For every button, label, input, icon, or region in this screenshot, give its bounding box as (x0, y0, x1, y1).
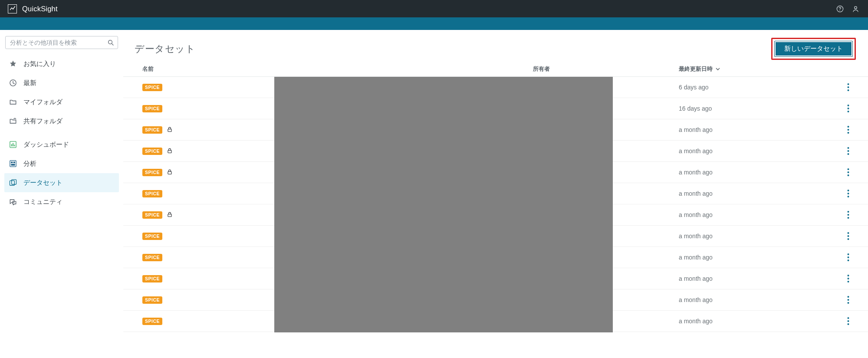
row-updated: a month ago (679, 296, 839, 303)
sidebar-item-analyses[interactable]: 分析 (4, 154, 119, 173)
redaction-overlay (274, 77, 613, 332)
svg-point-30 (847, 256, 849, 258)
community-icon (9, 197, 17, 206)
svg-point-35 (847, 296, 849, 298)
col-header-name[interactable]: 名前 (142, 65, 533, 73)
row-updated: a month ago (679, 211, 839, 218)
svg-point-39 (847, 320, 849, 322)
sidebar-item-community[interactable]: コミュニティ (4, 192, 119, 211)
spice-badge: SPICE (142, 126, 162, 134)
col-header-updated[interactable]: 最終更新日時 (679, 65, 839, 73)
search-container[interactable] (5, 36, 118, 49)
clock-icon (9, 79, 17, 87)
chevron-down-icon (715, 66, 720, 72)
lock-icon (167, 211, 173, 219)
row-updated: a month ago (679, 318, 839, 325)
svg-point-29 (847, 253, 849, 255)
row-menu-button[interactable] (839, 296, 857, 304)
svg-point-25 (847, 217, 849, 219)
spice-badge: SPICE (142, 318, 162, 325)
svg-point-22 (847, 196, 849, 197)
row-menu-button[interactable] (839, 317, 857, 325)
svg-point-12 (847, 129, 849, 131)
lock-icon (167, 169, 173, 176)
svg-point-34 (847, 281, 849, 282)
folder-icon (9, 98, 17, 106)
row-updated: a month ago (679, 126, 839, 133)
sidebar: お気に入り最新マイフォルダ共有フォルダダッシュボード分析データセットコミュニティ (0, 30, 123, 358)
row-menu-button[interactable] (839, 189, 857, 198)
topbar: QuickSight (0, 0, 868, 17)
spice-badge: SPICE (142, 190, 162, 197)
row-updated: a month ago (679, 190, 839, 197)
row-menu-button[interactable] (839, 104, 857, 113)
row-menu-button[interactable] (839, 274, 857, 283)
spice-badge: SPICE (142, 211, 162, 219)
sidebar-item-label: コミュニティ (23, 198, 62, 206)
help-icon[interactable] (835, 4, 845, 13)
svg-point-40 (847, 323, 849, 325)
spice-badge: SPICE (142, 275, 162, 282)
row-updated: 16 days ago (679, 105, 839, 112)
svg-line-4 (112, 43, 113, 45)
row-menu-button[interactable] (839, 253, 857, 262)
highlight-border: 新しいデータセット (771, 38, 856, 60)
spice-badge: SPICE (142, 169, 162, 176)
sidebar-item-label: ダッシュボード (23, 141, 69, 149)
svg-point-26 (847, 232, 849, 234)
row-updated: a month ago (679, 275, 839, 282)
sidebar-item-label: 分析 (23, 160, 36, 168)
row-updated: a month ago (679, 254, 839, 261)
account-icon[interactable] (851, 4, 860, 13)
svg-point-5 (847, 83, 849, 85)
row-updated: a month ago (679, 148, 839, 154)
brand-ribbon (0, 17, 868, 30)
sidebar-item-datasets[interactable]: データセット (4, 173, 119, 192)
sidebar-item-label: 共有フォルダ (23, 117, 62, 125)
svg-point-15 (847, 150, 849, 152)
svg-point-28 (847, 238, 849, 240)
row-menu-button[interactable] (839, 210, 857, 219)
svg-point-38 (847, 317, 849, 319)
sidebar-item-my-folders[interactable]: マイフォルダ (4, 92, 119, 112)
svg-point-14 (847, 147, 849, 149)
svg-point-31 (847, 259, 849, 261)
row-updated: a month ago (679, 169, 839, 176)
row-menu-button[interactable] (839, 83, 857, 92)
table-body: SPICE 自分 6 days ago SPICE 自分 16 days ago… (123, 77, 868, 332)
lock-icon (167, 148, 173, 155)
main-panel: データセット 新しいデータセット 名前 所有者 最終更新日時 SPICE 自分 … (123, 30, 868, 358)
spice-badge: SPICE (142, 296, 162, 304)
new-dataset-button[interactable]: 新しいデータセット (774, 41, 853, 57)
svg-point-1 (839, 10, 840, 11)
sidebar-item-label: マイフォルダ (23, 98, 62, 106)
row-menu-button[interactable] (839, 232, 857, 240)
svg-point-7 (847, 89, 849, 91)
spice-badge: SPICE (142, 254, 162, 261)
sidebar-item-shared[interactable]: 共有フォルダ (4, 112, 119, 131)
spice-badge: SPICE (142, 84, 162, 91)
row-menu-button[interactable] (839, 125, 857, 134)
shared-icon (9, 117, 17, 125)
search-input[interactable] (9, 39, 107, 46)
svg-point-16 (847, 153, 849, 155)
sidebar-item-dashboards[interactable]: ダッシュボード (4, 135, 119, 154)
sidebar-item-favorites[interactable]: お気に入り (4, 54, 119, 73)
svg-point-32 (847, 275, 849, 276)
spice-badge: SPICE (142, 233, 162, 240)
dataset-icon (9, 178, 17, 187)
svg-point-27 (847, 235, 849, 237)
col-header-owner[interactable]: 所有者 (533, 65, 679, 73)
quicksight-logo-icon (8, 4, 17, 13)
sidebar-item-label: お気に入り (23, 60, 56, 68)
svg-point-10 (847, 111, 849, 112)
sidebar-item-recent[interactable]: 最新 (4, 73, 119, 92)
page-title: データセット (135, 43, 195, 56)
row-menu-button[interactable] (839, 168, 857, 177)
svg-point-8 (847, 105, 849, 106)
svg-point-37 (847, 302, 849, 304)
spice-badge: SPICE (142, 148, 162, 155)
row-updated: 6 days ago (679, 84, 839, 91)
dash-icon (9, 140, 17, 149)
row-menu-button[interactable] (839, 147, 857, 155)
